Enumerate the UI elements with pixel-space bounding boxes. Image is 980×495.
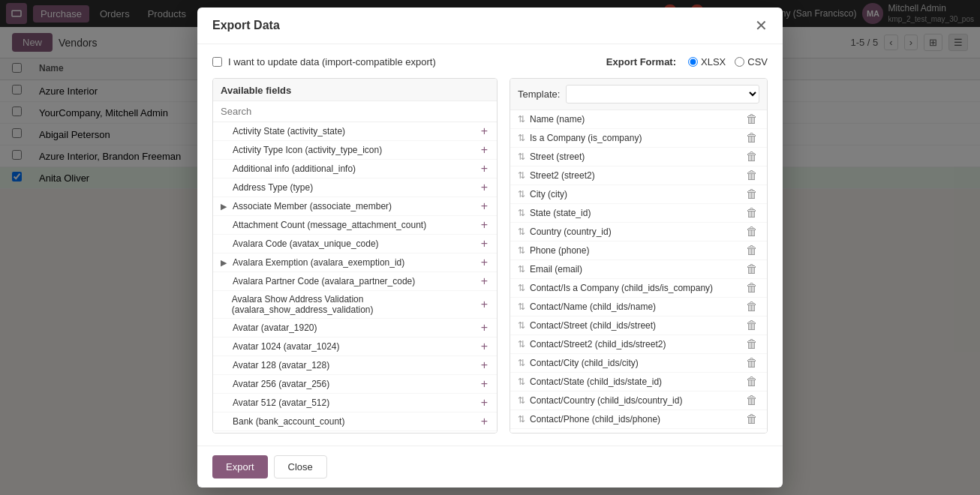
drag-handle-icon[interactable]: ⇅: [518, 152, 525, 162]
field-label: Activity Type Icon (activity_type_icon): [233, 145, 382, 155]
export-field-label: Name (name): [530, 114, 744, 124]
search-input[interactable]: [213, 101, 497, 122]
csv-radio-label[interactable]: CSV: [735, 56, 768, 68]
modal-overlay[interactable]: Export Data ✕ I want to update data (imp…: [0, 0, 980, 189]
add-field-button[interactable]: +: [479, 125, 489, 137]
export-format-label: Export Format:: [606, 56, 676, 68]
drag-handle-icon[interactable]: ⇅: [518, 114, 525, 124]
dialog-columns: Available fields Activity State (activit…: [212, 78, 768, 189]
available-fields-panel: Available fields Activity State (activit…: [212, 78, 498, 189]
csv-label: CSV: [747, 56, 768, 68]
format-radio-group: XLSX CSV: [688, 56, 768, 68]
delete-field-button[interactable]: 🗑: [744, 188, 759, 189]
import-compatible-label: I want to update data (import-compatible…: [228, 56, 436, 68]
export-field-label: Street (street): [530, 152, 744, 162]
import-compatible-checkbox[interactable]: [212, 57, 222, 67]
drag-handle-icon[interactable]: ⇅: [518, 170, 525, 181]
export-field-item[interactable]: ⇅ Street2 (street2) 🗑: [510, 166, 767, 185]
import-compatible-checkbox-label[interactable]: I want to update data (import-compatible…: [212, 56, 436, 68]
template-select[interactable]: [566, 85, 759, 104]
delete-field-button[interactable]: 🗑: [744, 113, 759, 125]
close-dialog-button[interactable]: ✕: [755, 18, 768, 33]
export-field-item[interactable]: ⇅ City (city) 🗑: [510, 185, 767, 189]
dialog-title: Export Data: [212, 19, 280, 32]
dialog-body: I want to update data (import-compatible…: [197, 44, 783, 189]
export-field-label: Street2 (street2): [530, 170, 744, 181]
csv-radio[interactable]: [735, 57, 744, 67]
xlsx-radio[interactable]: [688, 57, 698, 67]
delete-field-button[interactable]: 🗑: [744, 151, 759, 163]
field-label: Activity State (activity_state): [233, 126, 345, 136]
field-label: Additional info (additional_info): [233, 164, 356, 174]
export-fields-list: ⇅ Name (name) 🗑 ⇅ Is a Company (is_compa…: [510, 110, 767, 189]
add-field-button[interactable]: +: [479, 182, 489, 189]
available-field-item[interactable]: Activity State (activity_state) +: [213, 122, 497, 141]
available-field-item[interactable]: Activity Type Icon (activity_type_icon) …: [213, 141, 497, 160]
field-label: Address Type (type): [233, 182, 313, 189]
available-fields-title: Available fields: [213, 79, 497, 101]
delete-field-button[interactable]: 🗑: [744, 132, 759, 144]
available-fields-list: Activity State (activity_state) + Activi…: [213, 122, 497, 189]
delete-field-button[interactable]: 🗑: [744, 170, 759, 182]
export-field-item[interactable]: ⇅ Street (street) 🗑: [510, 148, 767, 166]
drag-handle-icon[interactable]: ⇅: [518, 133, 525, 143]
export-dialog: Export Data ✕ I want to update data (imp…: [197, 8, 783, 189]
template-label: Template:: [518, 88, 560, 100]
export-field-item[interactable]: ⇅ Is a Company (is_company) 🗑: [510, 129, 767, 148]
xlsx-radio-label[interactable]: XLSX: [688, 56, 726, 68]
export-field-item[interactable]: ⇅ Name (name) 🗑: [510, 110, 767, 129]
available-field-item[interactable]: Additional info (additional_info) +: [213, 160, 497, 178]
add-field-button[interactable]: +: [479, 144, 489, 156]
template-row: Template:: [510, 79, 767, 110]
add-field-button[interactable]: +: [479, 163, 489, 175]
format-row: Export Format: XLSX CSV: [606, 56, 768, 68]
dialog-header: Export Data ✕: [197, 8, 783, 44]
export-fields-panel: Template: ⇅ Name (name) 🗑 ⇅ Is a Company…: [510, 78, 768, 189]
available-field-item[interactable]: Address Type (type) +: [213, 178, 497, 189]
export-field-label: Is a Company (is_company): [530, 133, 744, 143]
xlsx-label: XLSX: [701, 56, 726, 68]
